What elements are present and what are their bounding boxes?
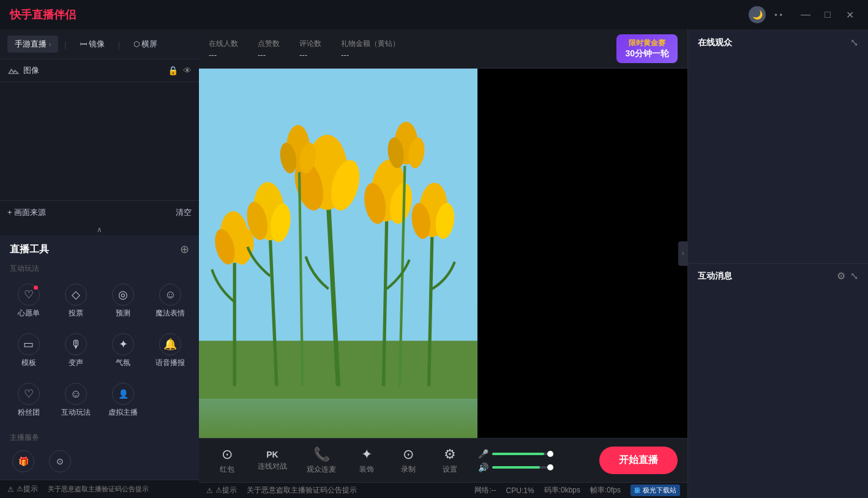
service-icon-2: ⊙ [49, 450, 71, 472]
start-live-button[interactable]: 开始直播 [599, 447, 678, 474]
warning-status-icon: ⚠ [206, 486, 213, 495]
lock-icon[interactable]: 🔒 [168, 66, 178, 75]
chevron-icon: › [49, 41, 51, 48]
tab-landscape[interactable]: ⬡ 横屏 [126, 36, 165, 53]
stat-likes: 点赞数 --- [258, 39, 280, 59]
bottom-notice: ⚠ ⚠提示 关于恶意盗取主播验证码公告提示 [0, 480, 199, 498]
decorate-label: 装饰 [359, 464, 374, 475]
audience-expand-icon[interactable]: ⤡ [850, 37, 858, 48]
stats-bar: 在线人数 --- 点赞数 --- 评论数 --- 礼物金额（黄钻） --- 限时… [199, 29, 687, 69]
stat-gifts: 礼物金额（黄钻） --- [341, 39, 400, 59]
sidebar: 手游直播 › | 𝄩 镜像 | ⬡ 横屏 图像 [0, 29, 199, 498]
voice-announce-label: 语音播报 [155, 358, 185, 368]
fan-club-label: 粉丝团 [18, 407, 40, 418]
promo-line2: 30分钟一轮 [625, 48, 669, 59]
tool-magic-face[interactable]: ☺ 魔法表情 [149, 279, 192, 323]
mic-slider[interactable] [492, 453, 553, 455]
decorate-icon: ✦ [361, 447, 372, 462]
titlebar-controls: 🌙 • • — □ ✕ [749, 6, 858, 23]
avatar[interactable]: 🌙 [749, 6, 766, 23]
warning-icon: ⚠ [7, 485, 14, 494]
source-bottom: + 画面来源 清空 [0, 200, 199, 224]
preview-black [477, 69, 687, 438]
tool-template[interactable]: ▭ 模板 [7, 328, 50, 373]
speaker-volume-row: 🔊 [478, 462, 553, 472]
stat-online: 在线人数 --- [209, 39, 238, 59]
promo-line1: 限时黄金赛 [629, 38, 665, 48]
service-icon-1: 🎁 [12, 450, 34, 472]
sidebar-tabs: 手游直播 › | 𝄩 镜像 | ⬡ 横屏 [0, 29, 199, 59]
redpacket-icon: ⊙ [222, 447, 233, 462]
message-expand-icon[interactable]: ⤡ [850, 270, 858, 282]
mic-icon: 🎤 [478, 449, 488, 459]
preview-image [199, 69, 477, 438]
dots-menu[interactable]: • • [774, 10, 782, 20]
maximize-button[interactable]: □ [819, 6, 836, 23]
magic-face-label: 魔法表情 [155, 308, 185, 319]
atmosphere-label: 气氛 [116, 358, 130, 368]
toolbar-settings[interactable]: ⚙ 设置 [432, 443, 468, 478]
tool-voice-announce[interactable]: 🔔 语音播报 [149, 328, 192, 373]
right-panel-collapse[interactable]: › [678, 241, 687, 266]
notice-message[interactable]: 关于恶意盗取主播验证码公告提示 [48, 485, 149, 494]
toolbar-redpacket[interactable]: ⊙ 红包 [209, 443, 245, 478]
toolbar-pk[interactable]: PK 连线对战 [250, 446, 294, 475]
stat-comments-value: --- [299, 50, 321, 59]
predict-icon: ◎ [112, 284, 134, 306]
speaker-slider[interactable] [492, 466, 553, 469]
source-header: 图像 🔒 👁 [0, 59, 199, 82]
stat-gifts-label: 礼物金额（黄钻） [341, 39, 400, 49]
tools-more-icon[interactable]: ⊕ [180, 243, 189, 256]
status-right: 网络:-- CPU:1% 码率:0kbps 帧率:0fps 极 极光下载站 [474, 485, 680, 496]
chevron-right-icon: › [682, 250, 684, 257]
titlebar: 快手直播伴侣 🌙 • • — □ ✕ [0, 0, 868, 29]
tool-vote[interactable]: ◇ 投票 [54, 279, 97, 323]
tab-mirror[interactable]: 𝄩 镜像 [73, 36, 112, 53]
eye-icon[interactable]: 👁 [183, 66, 192, 75]
settings-label: 设置 [443, 464, 457, 475]
toolbar-record[interactable]: ⊙ 录制 [390, 443, 427, 478]
voice-change-label: 变声 [69, 358, 83, 368]
tool-wishlist[interactable]: ♡ 心愿单 [7, 279, 50, 323]
minimize-button[interactable]: — [797, 6, 814, 23]
tools-section: 直播工具 ⊕ 互动玩法 ♡ 心愿单 ◇ 投票 ◎ 预测 ☺ [0, 235, 199, 480]
template-label: 模板 [21, 358, 36, 368]
jiguang-text: 极光下载站 [643, 486, 676, 495]
predict-label: 预测 [116, 308, 130, 319]
promo-banner[interactable]: 限时黄金赛 30分钟一轮 [616, 34, 678, 63]
volume-section: 🎤 🔊 [478, 449, 553, 472]
tool-fan-club[interactable]: ♡ 粉丝团 [7, 378, 50, 423]
close-button[interactable]: ✕ [841, 6, 858, 23]
connect-label: 观众连麦 [307, 464, 336, 475]
message-header: 互动消息 ⚙ ⤡ [688, 264, 868, 288]
tool-voice-change[interactable]: 🎙 变声 [54, 328, 97, 373]
tool-interactive[interactable]: ☺ 互动玩法 [54, 378, 97, 423]
tool-service-2[interactable]: ⊙ [47, 448, 73, 475]
tool-service-1[interactable]: 🎁 [10, 448, 37, 475]
audience-header: 在线观众 ⤡ [688, 29, 868, 56]
audience-section: 在线观众 ⤡ [688, 29, 868, 263]
right-panel: 在线观众 ⤡ 互动消息 ⚙ ⤡ [687, 29, 868, 498]
tool-virtual-host[interactable]: 👤 虚拟主播 [102, 378, 144, 423]
message-settings-icon[interactable]: ⚙ [837, 270, 845, 282]
tools-header: 直播工具 ⊕ [0, 235, 199, 261]
source-list [0, 82, 199, 200]
collapse-button[interactable]: ∧ [0, 224, 199, 235]
tool-predict[interactable]: ◎ 预测 [102, 279, 144, 323]
tool-atmosphere[interactable]: ✦ 气氛 [102, 328, 144, 373]
stat-comments: 评论数 --- [299, 39, 321, 59]
status-notice-text[interactable]: 关于恶意盗取主播验证码公告提示 [247, 485, 357, 496]
jiguang-logo: 极 极光下载站 [630, 485, 680, 496]
toolbar-connect[interactable]: 📞 观众连麦 [299, 443, 343, 478]
vote-icon: ◇ [65, 284, 87, 306]
status-bar: ⚠ ⚠提示 关于恶意盗取主播验证码公告提示 网络:-- CPU:1% 码率:0k… [199, 482, 687, 498]
toolbar-decorate[interactable]: ✦ 装饰 [348, 443, 385, 478]
status-fps: 帧率:0fps [590, 485, 621, 496]
stat-online-value: --- [209, 50, 238, 59]
clear-button[interactable]: 清空 [176, 207, 192, 218]
app-title: 快手直播伴侣 [10, 7, 749, 22]
add-source-button[interactable]: + 画面来源 [7, 207, 46, 218]
audience-content [688, 58, 868, 263]
message-header-icons: ⚙ ⤡ [837, 270, 858, 282]
tab-mobile-stream[interactable]: 手游直播 › [7, 36, 58, 53]
